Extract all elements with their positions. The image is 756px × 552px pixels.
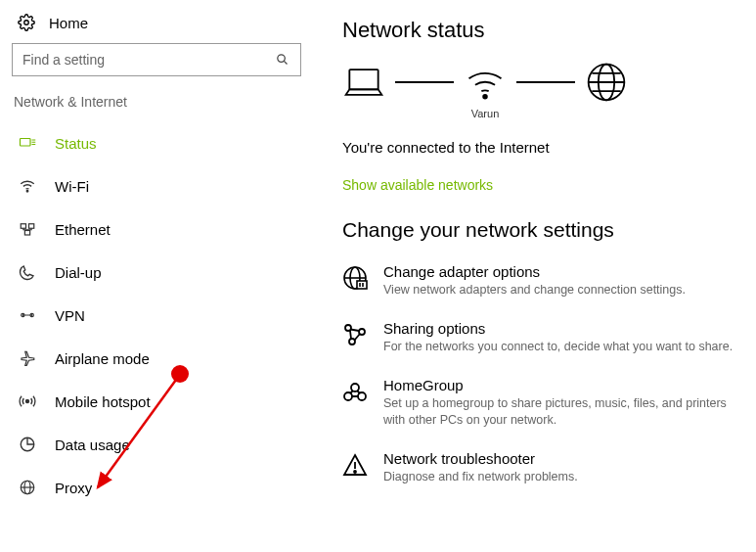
- airplane-icon: [18, 348, 37, 368]
- nav-label: Mobile hotspot: [55, 393, 151, 410]
- option-sharing[interactable]: Sharing options For the networks you con…: [342, 320, 746, 355]
- section-label: Network & Internet: [12, 90, 313, 121]
- nav-label: Airplane mode: [55, 350, 150, 367]
- option-adapter[interactable]: Change adapter options View network adap…: [342, 263, 746, 299]
- search-input[interactable]: [12, 43, 301, 76]
- nav-label: VPN: [55, 307, 85, 324]
- sidebar-item-hotspot[interactable]: Mobile hotspot: [12, 380, 313, 423]
- option-title: Sharing options: [383, 320, 733, 337]
- nav-label: Ethernet: [55, 221, 111, 238]
- gear-icon: [18, 14, 35, 31]
- svg-rect-5: [21, 224, 25, 229]
- svg-rect-3: [21, 139, 31, 147]
- svg-rect-14: [349, 69, 378, 89]
- svg-point-1: [278, 55, 286, 63]
- option-title: Network troubleshooter: [383, 450, 578, 467]
- vpn-icon: [18, 305, 37, 325]
- sidebar-item-ethernet[interactable]: Ethernet: [12, 207, 313, 251]
- sidebar-item-status[interactable]: Status: [12, 121, 313, 164]
- svg-point-10: [26, 400, 29, 403]
- ethernet-icon: [18, 219, 37, 239]
- diagram-line: [395, 81, 454, 83]
- wifi-signal-icon: [464, 61, 507, 104]
- option-desc: View network adapters and change connect…: [383, 282, 686, 299]
- sidebar-item-dialup[interactable]: Dial-up: [12, 251, 313, 294]
- dialup-icon: [18, 262, 37, 282]
- svg-point-15: [483, 95, 487, 99]
- option-desc: Diagnose and fix network problems.: [383, 469, 578, 485]
- nav-label: Wi-Fi: [55, 178, 89, 195]
- svg-point-4: [26, 191, 28, 193]
- hotspot-icon: [18, 391, 37, 411]
- nav-list: Status Wi-Fi Ethernet Dial-up: [12, 121, 313, 509]
- nav-label: Status: [55, 135, 97, 152]
- option-desc: Set up a homegroup to share pictures, mu…: [383, 395, 746, 429]
- nav-label: Data usage: [55, 437, 130, 453]
- sidebar-item-wifi[interactable]: Wi-Fi: [12, 164, 313, 207]
- laptop-icon: [342, 61, 385, 104]
- sharing-icon: [342, 322, 368, 347]
- option-title: HomeGroup: [383, 377, 746, 393]
- page-title: Network status: [342, 18, 746, 43]
- wifi-node: Varun: [464, 61, 507, 121]
- svg-point-21: [345, 325, 351, 331]
- option-homegroup[interactable]: HomeGroup Set up a homegroup to share pi…: [342, 377, 746, 429]
- svg-rect-6: [29, 224, 34, 229]
- diagram-line: [516, 81, 575, 83]
- show-networks-link[interactable]: Show available networks: [342, 177, 493, 193]
- connection-status: You're connected to the Internet: [342, 139, 746, 156]
- homegroup-icon: [342, 379, 368, 404]
- option-desc: For the networks you connect to, decide …: [383, 339, 733, 355]
- svg-line-2: [284, 61, 287, 64]
- network-diagram: Varun: [342, 61, 746, 121]
- status-icon: [18, 133, 37, 153]
- sidebar-item-airplane[interactable]: Airplane mode: [12, 337, 313, 380]
- sidebar-item-datausage[interactable]: Data usage: [12, 423, 313, 466]
- sidebar-item-vpn[interactable]: VPN: [12, 294, 313, 337]
- wifi-name-label: Varun: [471, 108, 500, 121]
- globe-node: [585, 61, 628, 121]
- home-label: Home: [49, 15, 88, 31]
- option-troubleshooter[interactable]: Network troubleshooter Diagnose and fix …: [342, 450, 746, 485]
- warning-icon: [342, 452, 368, 478]
- home-link[interactable]: Home: [12, 10, 313, 43]
- datausage-icon: [18, 435, 37, 454]
- svg-rect-7: [24, 231, 29, 236]
- change-settings-heading: Change your network settings: [342, 218, 746, 242]
- sidebar: Home Network & Internet Status Wi-Fi: [0, 0, 313, 552]
- globe-icon: [18, 478, 37, 497]
- search-icon: [275, 52, 290, 68]
- nav-label: Dial-up: [55, 264, 102, 281]
- option-title: Change adapter options: [383, 263, 686, 280]
- svg-point-0: [24, 21, 29, 25]
- laptop-node: [342, 61, 385, 121]
- search-field[interactable]: [22, 52, 275, 68]
- svg-point-28: [354, 471, 356, 473]
- svg-rect-20: [357, 281, 367, 289]
- main-content: Network status Varun: [313, 0, 756, 552]
- nav-label: Proxy: [55, 480, 92, 496]
- sidebar-item-proxy[interactable]: Proxy: [12, 466, 313, 509]
- adapter-icon: [342, 265, 368, 291]
- globe-large-icon: [585, 61, 628, 104]
- wifi-icon: [18, 176, 37, 196]
